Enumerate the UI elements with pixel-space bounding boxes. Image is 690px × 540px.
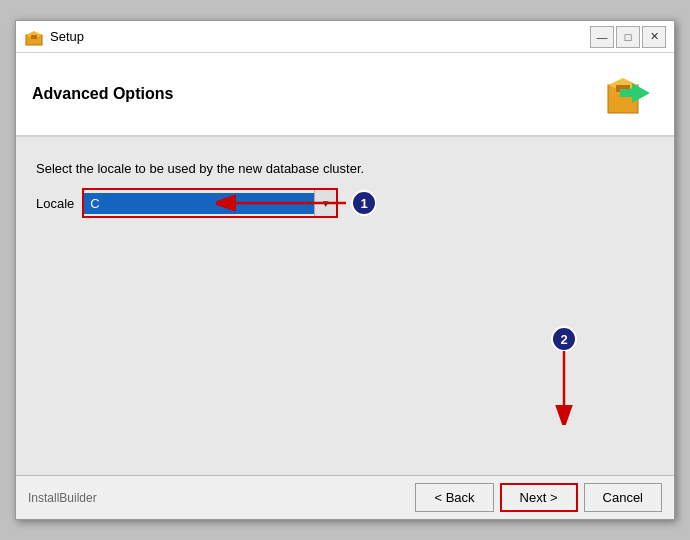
window-title: Setup [50, 29, 590, 44]
footer-buttons: < Back Next > Cancel [415, 483, 662, 512]
next-button[interactable]: Next > [500, 483, 578, 512]
svg-rect-2 [31, 35, 37, 39]
svg-text:2: 2 [560, 332, 567, 347]
page-header: Advanced Options [16, 53, 674, 137]
annotation-arrow-1: 1 [216, 175, 376, 235]
minimize-button[interactable]: — [590, 26, 614, 48]
main-content: Select the locale to be used by the new … [16, 137, 674, 475]
page-title: Advanced Options [32, 85, 173, 103]
cancel-button[interactable]: Cancel [584, 483, 662, 512]
annotation-arrow-2: 2 [534, 325, 594, 425]
footer: InstallBuilder < Back Next > Cancel [16, 475, 674, 519]
header-icon [600, 65, 658, 123]
maximize-button[interactable]: □ [616, 26, 640, 48]
setup-window: Setup — □ ✕ Advanced Options Select the … [15, 20, 675, 520]
brand-label: InstallBuilder [28, 491, 97, 505]
locale-description: Select the locale to be used by the new … [36, 161, 654, 176]
close-button[interactable]: ✕ [642, 26, 666, 48]
svg-text:1: 1 [360, 196, 367, 211]
title-bar: Setup — □ ✕ [16, 21, 674, 53]
back-button[interactable]: < Back [415, 483, 493, 512]
window-controls: — □ ✕ [590, 26, 666, 48]
window-icon [24, 27, 44, 47]
locale-label: Locale [36, 196, 74, 211]
